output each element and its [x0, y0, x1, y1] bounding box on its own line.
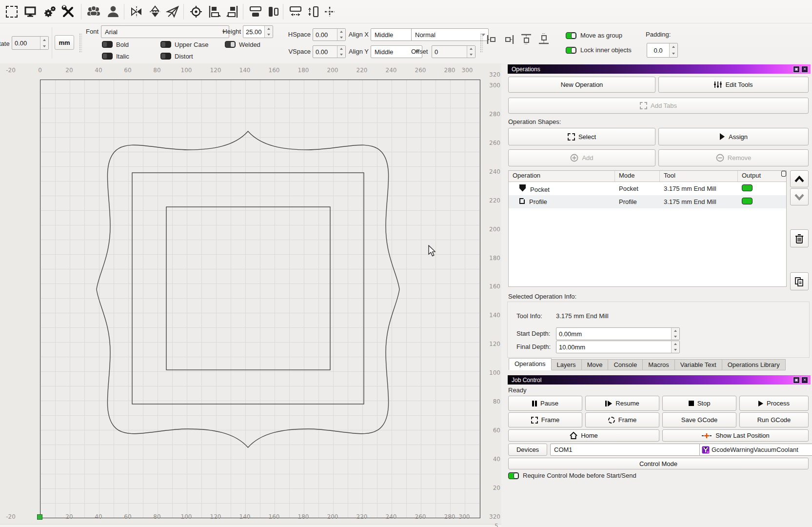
origin-target-icon[interactable]: [187, 2, 205, 21]
hspace-spinbox[interactable]: [313, 28, 346, 41]
lock-inner-objects-toggle[interactable]: [566, 47, 576, 54]
devices-button[interactable]: Devices: [508, 444, 547, 456]
bold-toggle[interactable]: [102, 41, 113, 48]
column-header-operation[interactable]: Operation: [509, 171, 615, 182]
rotate-spinbox[interactable]: [12, 36, 49, 50]
unit-mm-button[interactable]: mm: [55, 35, 74, 50]
move-operation-up-button[interactable]: [790, 170, 809, 187]
align-anchor-left-icon[interactable]: [485, 32, 499, 47]
top-ruler-label: 80: [150, 67, 164, 74]
send-plane-icon[interactable]: [164, 2, 181, 21]
padding-spinbox[interactable]: [647, 43, 678, 58]
spacing-vertical-icon[interactable]: [304, 2, 322, 21]
tab-variable-text[interactable]: Variable Text: [675, 359, 722, 370]
column-header-mode[interactable]: Mode: [615, 171, 660, 182]
upper-case-toggle[interactable]: [160, 41, 171, 48]
align-anchor-bottom-icon[interactable]: [536, 31, 551, 47]
frame-square-button[interactable]: Frame: [508, 412, 582, 427]
vspace-input[interactable]: [313, 46, 337, 58]
start-depth-input[interactable]: [556, 328, 671, 340]
align-objects-left-icon[interactable]: [206, 2, 223, 21]
move-as-group-toggle[interactable]: [566, 32, 576, 39]
require-control-mode-toggle[interactable]: [508, 472, 519, 479]
tab-macros[interactable]: Macros: [643, 359, 675, 370]
distort-toggle[interactable]: [160, 53, 171, 60]
plugin-select[interactable]: GcodeWarningVacuumCoolant: [699, 444, 812, 456]
users-group-icon[interactable]: [85, 2, 102, 21]
panel-restore-icon[interactable]: ▣: [793, 377, 800, 384]
work-area[interactable]: [40, 80, 480, 518]
home-button[interactable]: Home: [508, 429, 659, 442]
delete-operation-button[interactable]: [790, 229, 809, 247]
vspace-spinbox[interactable]: [313, 45, 346, 58]
remove-shape-button[interactable]: Remove: [658, 149, 809, 166]
column-header-tool[interactable]: Tool: [660, 171, 738, 182]
job-control-titlebar[interactable]: Job Control ▣ ✕: [508, 375, 811, 385]
settings-gears-icon[interactable]: [41, 2, 59, 21]
new-operation-button[interactable]: New Operation: [508, 77, 655, 93]
spacing-horizontal-icon[interactable]: [287, 2, 304, 21]
add-shape-button[interactable]: Add: [508, 149, 655, 166]
operation-row[interactable]: PocketPocket3.175 mm End Mill: [509, 182, 786, 195]
right-ruler-label: 20: [485, 485, 500, 491]
height-input[interactable]: [243, 26, 264, 38]
show-last-position-button[interactable]: Show Last Position: [662, 429, 809, 442]
panel-close-icon[interactable]: ✕: [801, 377, 808, 384]
tab-operations-library[interactable]: Operations Library: [722, 359, 786, 370]
edit-tools-button[interactable]: Edit Tools: [658, 77, 809, 93]
distribute-vertical-icon[interactable]: [264, 2, 282, 21]
center-position-icon[interactable]: [321, 2, 338, 21]
output-toggle[interactable]: [742, 198, 753, 204]
resume-button[interactable]: Resume: [585, 396, 659, 411]
tab-layers[interactable]: Layers: [552, 359, 582, 370]
text-style-select[interactable]: Normal: [411, 28, 489, 41]
control-mode-button[interactable]: Control Mode: [508, 458, 809, 469]
tab-operations[interactable]: Operations: [509, 358, 552, 370]
frame-circle-button[interactable]: Frame: [585, 412, 659, 427]
tools-icon[interactable]: [59, 2, 77, 21]
tab-console[interactable]: Console: [608, 359, 643, 370]
offset-spinbox[interactable]: [432, 45, 475, 58]
run-gcode-button[interactable]: Run GCode: [739, 412, 809, 427]
height-spinbox[interactable]: [243, 25, 273, 38]
duplicate-operation-button[interactable]: [790, 272, 809, 290]
stop-button[interactable]: Stop: [662, 396, 736, 411]
start-depth-spinbox[interactable]: [556, 327, 680, 340]
align-objects-right-icon[interactable]: [223, 2, 241, 21]
operations-panel-titlebar[interactable]: Operations ▣ ✕: [508, 64, 811, 74]
padding-input[interactable]: [647, 43, 669, 57]
rotate-input[interactable]: [12, 37, 40, 49]
marquee-select-icon[interactable]: [3, 2, 20, 21]
canvas-area[interactable]: -200204060801001201401601802002202402602…: [0, 63, 501, 527]
final-depth-input[interactable]: [556, 341, 671, 353]
hspace-input[interactable]: [313, 29, 337, 41]
welded-toggle[interactable]: [225, 41, 236, 48]
add-tabs-button[interactable]: Add Tabs: [508, 98, 809, 114]
align-anchor-top-icon[interactable]: [519, 31, 534, 47]
panel-restore-icon[interactable]: ▣: [793, 66, 800, 73]
column-header-output[interactable]: Output: [738, 171, 786, 182]
tab-move[interactable]: Move: [582, 359, 609, 370]
save-gcode-button[interactable]: Save GCode: [662, 412, 736, 427]
final-depth-spinbox[interactable]: [556, 341, 680, 353]
flip-vertical-icon[interactable]: [146, 2, 164, 21]
origin-marker[interactable]: [37, 514, 42, 520]
font-select[interactable]: Arial: [101, 25, 229, 38]
operation-row[interactable]: ProfileProfile3.175 mm End Mill: [509, 195, 786, 208]
pause-button[interactable]: Pause: [508, 396, 582, 411]
assign-shapes-button[interactable]: Assign: [658, 128, 809, 145]
italic-toggle[interactable]: [102, 53, 113, 60]
user-icon[interactable]: [104, 2, 122, 21]
align-anchor-right-icon[interactable]: [501, 32, 516, 47]
offset-input[interactable]: [432, 46, 467, 58]
horizontal-scrollbar[interactable]: [0, 524, 501, 527]
monitor-icon[interactable]: [21, 2, 39, 21]
flip-horizontal-icon[interactable]: [128, 2, 145, 21]
com-port-select[interactable]: COM1: [550, 444, 711, 456]
panel-close-icon[interactable]: ✕: [801, 66, 808, 73]
process-button[interactable]: Process: [739, 396, 809, 411]
select-shapes-button[interactable]: Select: [508, 128, 655, 145]
output-toggle[interactable]: [742, 184, 753, 191]
distribute-horizontal-icon[interactable]: [247, 2, 264, 21]
move-operation-down-button[interactable]: [790, 188, 809, 205]
